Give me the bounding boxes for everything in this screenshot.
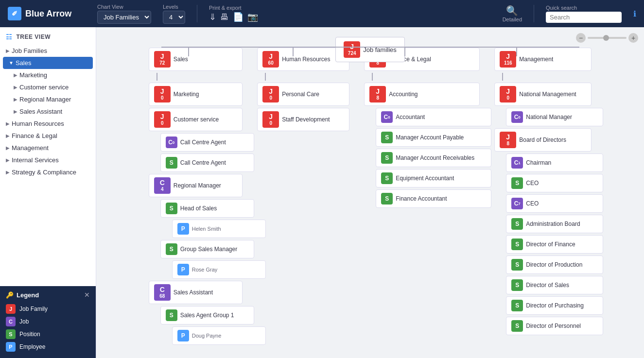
- marketing-node[interactable]: J0 Marketing: [149, 83, 243, 106]
- regional-manager-node[interactable]: C4 Regional Manager: [149, 174, 243, 197]
- zoom-slider[interactable]: [588, 37, 627, 39]
- dir-prod-node[interactable]: S Director of Production: [506, 256, 603, 274]
- detailed-section[interactable]: 🔍 Detailed: [503, 5, 522, 22]
- dpe-badge: S: [511, 320, 523, 332]
- legend-label-s: Position: [19, 331, 40, 338]
- doug-payne-node[interactable]: P Doug Payne: [172, 326, 266, 345]
- levels-section: Levels 4 3 5: [163, 4, 185, 24]
- mgmt-label: Management: [519, 56, 553, 63]
- rose-gray-node[interactable]: P Rose Gray: [172, 260, 266, 279]
- head-of-sales-node[interactable]: S Head of Sales: [160, 199, 254, 218]
- sidebar-item-sales-assistant[interactable]: ▶ Sales Assistant: [0, 105, 96, 118]
- page-icon[interactable]: 📄: [233, 12, 244, 22]
- legend-item-c: C Job: [6, 315, 90, 328]
- sidebar-item-regional-manager[interactable]: ▶ Regional Manager: [0, 93, 96, 105]
- sidebar-item-label: Job Families: [12, 47, 47, 54]
- zoom-in-button[interactable]: +: [628, 33, 638, 43]
- sidebar-item-finance-legal[interactable]: ▶ Finance & Legal: [0, 130, 96, 142]
- search-input[interactable]: [550, 14, 618, 21]
- sidebar-item-label: Sales Assistant: [19, 108, 62, 115]
- dp2-badge: S: [511, 259, 523, 271]
- board-node[interactable]: J8 Board of Directors: [494, 128, 592, 152]
- sidebar-item-job-families[interactable]: ▶ Job Families: [0, 45, 96, 57]
- dir-finance-node[interactable]: S Director of Finance: [506, 235, 603, 254]
- accounting-node[interactable]: J8 Accounting: [364, 83, 480, 106]
- chart-view-select[interactable]: Job Families: [97, 11, 151, 24]
- zoom-out-button[interactable]: −: [576, 33, 586, 43]
- dpe-label: Director of Personnel: [526, 323, 581, 329]
- accountant-c-node[interactable]: C0 Accountant: [376, 108, 491, 126]
- logo: ✐ Blue Arrow: [8, 7, 86, 20]
- legend-badge-p: P: [6, 342, 16, 352]
- dir-pers-node[interactable]: S Director of Personnel: [506, 317, 603, 335]
- admin-board-node[interactable]: S Administration Board: [506, 215, 603, 233]
- app-header: ✐ Blue Arrow Chart View Job Families Lev…: [0, 0, 644, 27]
- sales-assistant-node[interactable]: C68 Sales Assistant: [149, 281, 243, 304]
- legend-label: Legend: [17, 291, 39, 299]
- info-icon[interactable]: ℹ: [633, 9, 636, 18]
- sidebar-item-label: Sales: [16, 59, 32, 67]
- ceo-s-node[interactable]: S CEO: [506, 174, 603, 192]
- key-icon: 🔑: [6, 291, 14, 299]
- print-icons: ⇓ 🖶 📄 📷: [209, 12, 258, 22]
- mar-label: Manager Account Receivables: [396, 154, 474, 161]
- sidebar-item-marketing[interactable]: ▶ Marketing: [0, 69, 96, 81]
- legend-close-button[interactable]: ✕: [84, 291, 90, 299]
- sd-label: Staff Development: [282, 116, 330, 123]
- dir-purch-node[interactable]: S Director of Purchasing: [506, 296, 603, 315]
- ceo-c-node[interactable]: C7 CEO: [506, 194, 603, 213]
- sidebar-item-strategy-compliance[interactable]: ▶ Strategy & Compliance: [0, 166, 96, 178]
- levels-select[interactable]: 4 3 5: [163, 11, 185, 24]
- cs-label: Customer service: [174, 116, 219, 123]
- nat-mgmt-node[interactable]: J0 National Management: [494, 83, 592, 106]
- mar-badge: S: [381, 152, 393, 164]
- df-label: Director of Finance: [526, 241, 575, 248]
- dir-sales-node[interactable]: S Director of Sales: [506, 276, 603, 294]
- sidebar-item-customer-service[interactable]: ▶ Customer service: [0, 81, 96, 93]
- equip-acc-node[interactable]: S Equipment Accountant: [376, 169, 491, 188]
- legend-item-j: J Job Family: [6, 303, 90, 315]
- staff-dev-node[interactable]: J0 Staff Development: [257, 108, 349, 131]
- call-centre-c-node[interactable]: C0 Call Centre Agent: [160, 133, 254, 152]
- personal-care-node[interactable]: J0 Personal Care: [257, 83, 349, 106]
- search-wrap: [546, 12, 622, 23]
- finance-acc-node[interactable]: S Finance Accountant: [376, 189, 491, 208]
- sidebar-item-internal-services[interactable]: ▶ Internal Services: [0, 154, 96, 166]
- nat-manager-node[interactable]: C0 National Manager: [506, 108, 603, 126]
- ch-label: Chairman: [526, 159, 551, 166]
- sidebar-item-human-resources[interactable]: ▶ Human Resources: [0, 118, 96, 130]
- legend-title: 🔑 Legend: [6, 291, 39, 299]
- mgr-ap-node[interactable]: S Manager Account Payable: [376, 128, 491, 147]
- legend-label-p: Employee: [19, 343, 45, 350]
- print-icon[interactable]: 🖶: [220, 12, 229, 22]
- sidebar-item-sales[interactable]: ▼ Sales: [3, 57, 93, 69]
- sales-badge: J72: [154, 51, 171, 68]
- mgr-ar-node[interactable]: S Manager Account Receivables: [376, 149, 491, 167]
- helen-smith-node[interactable]: P Helen Smith: [172, 220, 266, 238]
- call-centre-s-node[interactable]: S Call Centre Agent: [160, 153, 254, 172]
- legend-badge-s: S: [6, 329, 16, 339]
- rg-label: Rose Gray: [192, 267, 218, 273]
- col-fl: J8 Finance & Legal J8 Accounting C0 Acco…: [364, 48, 480, 208]
- hos-label: Head of Sales: [180, 205, 217, 212]
- cs-badge: J0: [154, 111, 171, 128]
- divider-1: [197, 5, 197, 22]
- sales-agent-g1-node[interactable]: S Sales Agent Group 1: [160, 306, 254, 324]
- marketing-badge: J0: [154, 86, 171, 102]
- customer-service-node[interactable]: J0 Customer service: [149, 108, 243, 131]
- download-icon[interactable]: ⇓: [209, 12, 216, 22]
- hs-badge: P: [177, 223, 189, 235]
- chairman-node[interactable]: C1 Chairman: [506, 153, 603, 172]
- sales-header-node[interactable]: J72 Sales: [149, 48, 243, 71]
- group-sales-manager-node[interactable]: S Group Sales Manager: [160, 240, 254, 258]
- image-icon[interactable]: 📷: [247, 12, 258, 22]
- dpu-label: Director of Purchasing: [526, 302, 584, 309]
- sidebar-item-label: Human Resources: [12, 120, 64, 127]
- arrow-icon: ▶: [14, 85, 17, 90]
- pc-badge: J0: [262, 86, 279, 102]
- sidebar-item-management[interactable]: ▶ Management: [0, 142, 96, 154]
- root-node[interactable]: J724 Job families: [335, 37, 405, 62]
- v-drop-sales: [188, 47, 189, 56]
- mgmt-header-node[interactable]: J116 Management: [494, 48, 592, 71]
- h-connector: [161, 47, 579, 48]
